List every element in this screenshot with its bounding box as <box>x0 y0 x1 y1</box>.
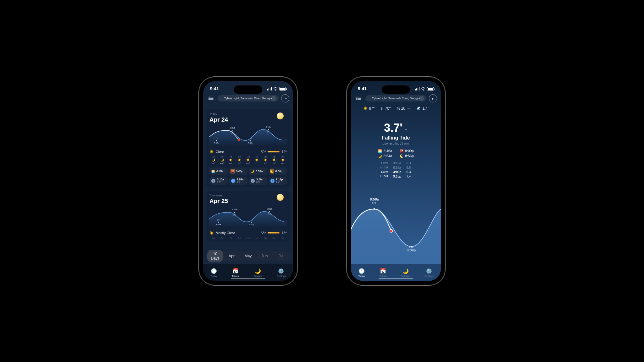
tab-tables[interactable]: 📅Tables <box>380 268 387 277</box>
tide-chart-tomorrow: 3:49a 0.3' 9:32a 6.5' 3:46p 9:53p 7.3' <box>209 206 287 228</box>
location-pill[interactable]: Tybee Light, Savannah River, Georgia ⌄ <box>365 95 426 101</box>
wifi-icon <box>421 87 426 90</box>
weather-summary: Clear <box>216 150 224 154</box>
tab-today[interactable]: 🕒Today <box>210 268 217 277</box>
tab-tables[interactable]: 📅Tables <box>232 268 239 277</box>
svg-point-9 <box>250 140 251 141</box>
svg-text:3:10a: 3:10a <box>214 142 219 144</box>
day-card-today[interactable]: Today Apr 24 3:10a 0.3' 8:58a 6.6' 3:09p… <box>206 109 291 188</box>
top-bar: Tybee Light, Savannah River, Georgia ⌄ ⋯ <box>203 93 293 105</box>
tide-countdown: Low in 3 hr, 33 min <box>351 142 441 145</box>
svg-text:9:53p: 9:53p <box>267 208 272 210</box>
svg-point-36 <box>374 208 375 210</box>
wifi-icon <box>273 87 278 90</box>
notch <box>382 85 410 94</box>
top-bar: Tybee Light, Savannah River, Georgia ⌄ ▸ <box>351 93 441 105</box>
weather-summary-row: ☀️ Mostly Clear 63° 73° <box>209 231 287 235</box>
svg-text:7.3': 7.3' <box>268 213 271 215</box>
chart-peak-label: 8:58a 6.6' <box>370 197 379 204</box>
moon-icon: 🌙 <box>402 268 409 274</box>
status-time: 9:41 <box>210 86 219 91</box>
svg-text:9:32a: 9:32a <box>232 208 237 211</box>
temp-lo: 60° <box>261 150 266 154</box>
arrow-down-icon: ↓ <box>211 179 215 183</box>
svg-point-2 <box>209 98 209 99</box>
clock-icon: 🕒 <box>211 268 217 274</box>
gear-icon: ⚙️ <box>426 268 432 274</box>
moon-icon <box>277 112 284 119</box>
svg-text:0.3': 0.3' <box>217 219 220 221</box>
tide-chart-today: 3:10a 0.3' 8:58a 6.6' 3:09p 0.3' 9:18p 7… <box>209 124 287 146</box>
tab-solunar[interactable]: 🌙Solunar <box>253 268 262 277</box>
segment-apr[interactable]: Apr <box>224 252 239 260</box>
sun-icon: ☀️ <box>209 231 214 235</box>
moonrise-icon: 🌙 <box>250 169 254 173</box>
svg-point-34 <box>357 99 357 100</box>
phone-today: 9:41 Tybee Light, Savannah River, Georgi… <box>347 77 445 285</box>
svg-text:3:09p: 3:09p <box>248 142 253 145</box>
chevron-down-icon: ⌄ <box>419 96 424 101</box>
sun-icon: ☀️ <box>209 150 214 154</box>
list-button[interactable] <box>355 94 363 102</box>
wave-icon: 🌊 <box>417 107 421 111</box>
tab-settings[interactable]: ⚙️Settings <box>277 268 286 277</box>
svg-point-22 <box>269 211 270 212</box>
home-indicator[interactable] <box>231 278 265 279</box>
svg-point-0 <box>209 97 209 97</box>
svg-point-38 <box>390 230 393 233</box>
svg-point-6 <box>238 139 240 141</box>
sun-moon-row: 🌅6:45a 🌇8:00p 🌙6:54a 🌜8:56p <box>209 167 287 175</box>
svg-point-7 <box>216 140 217 141</box>
battery-icon <box>279 87 286 90</box>
svg-text:6.6': 6.6' <box>231 132 234 134</box>
tide-status: Falling Tide <box>351 135 441 141</box>
current-tide-block: 3.7'↓ Falling Tide Low in 3 hr, 33 min <box>351 121 441 145</box>
home-indicator[interactable] <box>379 278 413 279</box>
arrow-down-icon: ↓ <box>404 124 408 132</box>
segment-jun[interactable]: Jun <box>257 252 272 260</box>
tab-settings[interactable]: ⚙️Settings <box>425 268 434 277</box>
clock-icon: 🕒 <box>358 268 365 274</box>
time-range-segment[interactable]: 10 Days Apr May Jun Jul <box>206 251 290 261</box>
day-date: Apr 24 <box>209 116 287 123</box>
today-tide-chart[interactable]: 8:58a 6.6' 0.3' 3:09p <box>351 192 441 264</box>
list-button[interactable] <box>207 94 215 102</box>
svg-point-32 <box>357 98 357 99</box>
thermometer-icon: 🌡 <box>380 107 384 110</box>
location-pill[interactable]: Tybee Light, Savannah River, Georgia ⌄ <box>218 95 279 101</box>
sunset-icon: 🌇 <box>230 169 235 173</box>
status-icons <box>267 87 286 90</box>
sunset-icon: 🌇 <box>400 149 403 153</box>
wind-icon: 🌬 <box>397 107 400 110</box>
svg-point-21 <box>251 222 252 222</box>
svg-text:6.5': 6.5' <box>233 214 236 216</box>
cellular-icon <box>415 87 420 90</box>
tab-solunar[interactable]: 🌙Solunar <box>401 268 410 277</box>
svg-point-8 <box>232 130 233 131</box>
moonset-icon: 🌜 <box>270 169 274 173</box>
segment-jul[interactable]: Jul <box>273 252 289 260</box>
segment-may[interactable]: May <box>240 252 256 260</box>
svg-point-30 <box>357 97 357 97</box>
sunrise-icon: 🌅 <box>378 149 382 153</box>
tables-content[interactable]: Today Apr 24 3:10a 0.3' 8:58a 6.6' 3:09p… <box>203 109 293 264</box>
tide-extremes-table: LOW3:10a0.3' HIGH8:58a6.6' LOW3:09p0.3' … <box>351 162 441 178</box>
svg-point-19 <box>218 222 219 222</box>
svg-text:0.3': 0.3' <box>215 138 218 140</box>
moonrise-icon: 🌙 <box>378 154 382 158</box>
svg-text:0.3': 0.3' <box>249 138 252 140</box>
hourly-grid[interactable]: 3a5a7a9a11a1p3p5p9p 🌙🌙☀️☀️☀️☀️☀️☀️☀️ 63°… <box>209 156 287 165</box>
notch <box>234 85 262 94</box>
battery-icon <box>427 87 434 90</box>
chevron-down-icon: ⌄ <box>271 96 276 101</box>
day-card-tomorrow[interactable]: Tomorrow Apr 25 3:49a 0.3' 9:32a 6.5' 3:… <box>206 191 291 242</box>
svg-point-20 <box>234 212 235 213</box>
tab-today[interactable]: 🕒Today <box>358 268 365 277</box>
more-button[interactable]: ⋯ <box>281 94 289 102</box>
tide-height: 3.7' <box>384 121 402 134</box>
play-button[interactable]: ▸ <box>429 94 437 102</box>
segment-10days[interactable]: 10 Days <box>207 250 223 262</box>
moonset-icon: 🌜 <box>400 154 403 158</box>
svg-point-4 <box>209 99 209 100</box>
day-label: Today <box>209 112 287 116</box>
